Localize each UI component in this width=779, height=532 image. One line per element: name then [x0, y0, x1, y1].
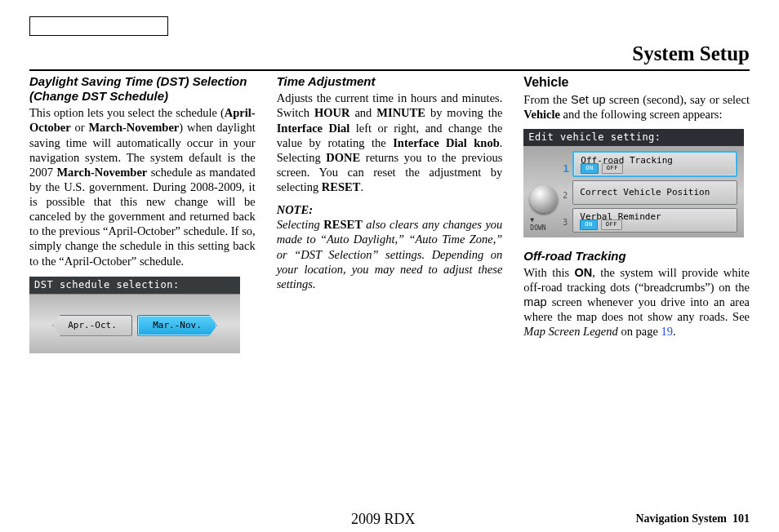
text: .: [360, 180, 363, 193]
text: From the: [523, 93, 571, 106]
row-label: Correct Vehicle Position: [580, 187, 710, 198]
text: .: [673, 325, 676, 338]
time-adjustment-heading: Time Adjustment: [277, 74, 503, 89]
toggle-off[interactable]: OFF: [602, 163, 623, 174]
bold: March-November: [88, 121, 179, 134]
note-body: Selecting RESET also clears any changes …: [277, 217, 503, 291]
page-title: System Setup: [29, 41, 750, 66]
footer-page-info: Navigation System 101: [635, 512, 750, 526]
bold: Interface Dial knob: [393, 136, 500, 149]
row-verbal-reminder[interactable]: Verbal Reminder ON OFF: [572, 208, 737, 233]
bold: MINUTE: [376, 106, 425, 119]
header-empty-box: [29, 16, 168, 36]
footer-label: Navigation System: [635, 512, 727, 525]
row-number-1: 1: [563, 162, 569, 175]
row-number-2: 2: [563, 191, 568, 202]
bold: HOUR: [314, 106, 350, 119]
ui-term: Set up: [571, 93, 606, 106]
content-columns: Daylight Saving Time (DST) Selection (Ch…: [29, 74, 750, 352]
figure-panel: Apr.-Oct. Mar.-Nov.: [29, 294, 240, 353]
text: schedule as mandated by the U.S. governm…: [29, 166, 256, 268]
row-offroad-tracking[interactable]: Off-road Tracking ON OFF: [572, 151, 737, 177]
italic: Map Screen Legend: [523, 325, 617, 338]
bold: March-November: [56, 166, 147, 179]
vehicle-settings-figure: Edit vehicle setting: ▼DOWN 1 2 3 Off-ro…: [523, 129, 744, 237]
toggle: ON OFF: [581, 163, 623, 174]
bold: DONE: [326, 151, 360, 164]
note-label: NOTE:: [277, 202, 503, 217]
row-number-3: 3: [563, 218, 568, 228]
ui-term: map: [523, 295, 546, 308]
toggle-off[interactable]: OFF: [601, 219, 622, 230]
figure-title-bar: DST schedule selection:: [29, 277, 240, 294]
horizontal-rule: [29, 69, 750, 71]
vehicle-intro-paragraph: From the Set up screen (second), say or …: [523, 92, 750, 122]
text: Selecting: [277, 218, 324, 231]
dst-paragraph: This option lets you select the schedule…: [29, 105, 256, 268]
vehicle-heading: Vehicle: [523, 74, 750, 91]
text: DOWN: [530, 224, 545, 232]
down-label: ▼DOWN: [530, 216, 545, 233]
row-correct-vehicle-position[interactable]: Correct Vehicle Position: [572, 180, 737, 205]
time-adjustment-paragraph: Adjusts the current time in hours and mi…: [277, 91, 503, 194]
text: With this: [523, 266, 574, 279]
toggle-on[interactable]: ON: [580, 219, 597, 230]
column-3: Vehicle From the Set up screen (second),…: [523, 74, 750, 352]
offroad-tracking-paragraph: With this ON, the system will provide wh…: [523, 265, 750, 339]
offroad-tracking-heading: Off-road Tracking: [523, 249, 750, 264]
dst-schedule-figure: DST schedule selection: Apr.-Oct. Mar.-N…: [29, 277, 240, 353]
bold: Vehicle: [523, 108, 560, 121]
toggle: ON OFF: [580, 219, 622, 230]
text: and: [349, 106, 376, 119]
text: on page: [618, 325, 661, 338]
figure-body: ▼DOWN 1 2 3 Off-road Tracking ON OFF Cor…: [523, 146, 744, 237]
column-1: Daylight Saving Time (DST) Selection (Ch…: [29, 74, 256, 352]
column-2: Time Adjustment Adjusts the current time…: [277, 74, 503, 352]
bold: RESET: [323, 218, 363, 231]
text: This option lets you select the schedule…: [29, 106, 225, 119]
bold: RESET: [322, 180, 361, 193]
toggle-on[interactable]: ON: [581, 163, 598, 174]
text: screen whenever you drive into an area w…: [523, 295, 750, 323]
footer-model: 2009 RDX: [351, 510, 416, 529]
dst-option-mar-nov[interactable]: Mar.-Nov.: [137, 315, 217, 336]
footer-page-number: 101: [732, 512, 750, 525]
text: screen (second), say or select: [606, 93, 750, 106]
figure-title-bar: Edit vehicle setting:: [523, 129, 744, 146]
bold: ON: [575, 266, 593, 279]
text: by moving the: [425, 106, 502, 119]
page-reference-link[interactable]: 19: [661, 325, 674, 338]
text: and the following screen appears:: [560, 108, 723, 121]
bold: Interface Dial: [277, 122, 350, 135]
dst-heading: Daylight Saving Time (DST) Selection (Ch…: [29, 74, 256, 104]
dst-option-apr-oct[interactable]: Apr.-Oct.: [52, 315, 132, 336]
interface-dial-icon[interactable]: [530, 185, 558, 213]
text: or: [71, 121, 89, 134]
